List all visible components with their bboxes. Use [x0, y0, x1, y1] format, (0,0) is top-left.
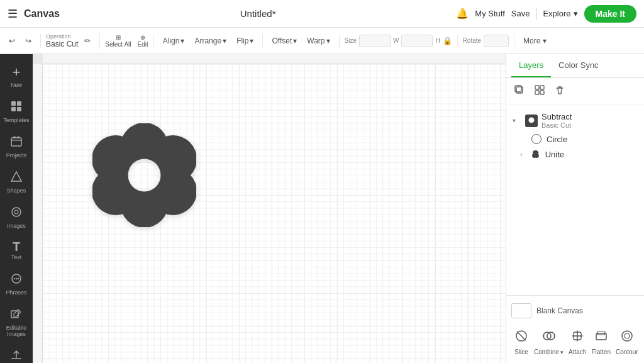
new-icon: +: [13, 64, 21, 81]
sidebar-item-shapes[interactable]: Shapes: [3, 165, 30, 199]
blank-canvas-label: Blank Canvas: [536, 306, 583, 315]
svg-rect-4: [11, 138, 21, 146]
undo-button[interactable]: ↩: [5, 34, 19, 48]
blank-canvas-row: Blank Canvas: [511, 301, 639, 323]
attach-icon: [570, 328, 585, 347]
svg-rect-5: [13, 137, 16, 138]
w-label: W: [393, 37, 399, 44]
align-button[interactable]: Align ▾: [159, 34, 189, 48]
subtract-shape-icon: [525, 114, 538, 127]
contour-tool[interactable]: Contour: [613, 326, 641, 358]
svg-rect-31: [540, 91, 544, 94]
hamburger-menu-icon[interactable]: ☰: [8, 7, 18, 21]
operation-value: Basic Cut: [46, 40, 78, 48]
duplicate-button[interactable]: [511, 82, 528, 100]
subtract-name-group: Subtract Basic Cut: [541, 112, 572, 129]
ruler-top: [43, 54, 506, 64]
height-input[interactable]: [401, 35, 433, 47]
operation-selector[interactable]: Operation Basic Cut: [46, 33, 78, 48]
attach-tool[interactable]: Attach: [566, 326, 589, 358]
explore-link[interactable]: Explore ▾: [543, 9, 577, 18]
canvas-area[interactable]: [33, 54, 506, 363]
sidebar-item-text-label: Text: [11, 255, 22, 261]
slice-tool[interactable]: Slice: [511, 326, 531, 358]
sidebar-item-projects[interactable]: Projects: [3, 130, 30, 164]
warp-label: Warp: [307, 36, 325, 45]
sidebar-item-new[interactable]: + New: [3, 59, 30, 94]
document-title: Untitled*: [67, 8, 448, 19]
sidebar-item-text[interactable]: T Text: [3, 235, 30, 266]
width-input[interactable]: [359, 35, 391, 47]
svg-point-39: [622, 331, 632, 341]
slice-label: Slice: [514, 349, 528, 355]
sidebar-item-shapes-label: Shapes: [7, 188, 26, 194]
edit-label: Edit: [138, 41, 148, 48]
more-button[interactable]: More ▾: [519, 34, 550, 48]
combine-tool[interactable]: Combine▾: [531, 326, 566, 358]
svg-rect-25: [92, 123, 196, 227]
explore-label: Explore: [543, 9, 570, 18]
rotate-input[interactable]: [484, 35, 509, 47]
pen-icon[interactable]: ✏: [80, 34, 94, 48]
layer-item-subtract[interactable]: ▾ Subtract Basic Cut: [506, 109, 644, 131]
edit-button[interactable]: ⊕ Edit: [138, 34, 148, 48]
shapes-icon: [10, 170, 23, 186]
sidebar-item-upload[interactable]: Upload: [3, 344, 30, 363]
svg-point-12: [16, 278, 17, 279]
offset-button[interactable]: Offset ▾: [268, 34, 301, 48]
layer-item-unite[interactable]: › Unite: [506, 147, 644, 162]
sidebar-item-images[interactable]: Images: [3, 201, 30, 235]
redo-button[interactable]: ↪: [21, 34, 35, 48]
slice-icon: [514, 328, 529, 347]
offset-label: Offset: [272, 36, 292, 45]
sidebar-item-templates[interactable]: Templates: [3, 95, 30, 129]
layer-item-circle[interactable]: Circle: [506, 131, 644, 147]
group-button[interactable]: [531, 82, 548, 100]
notification-bell-icon[interactable]: 🔔: [456, 8, 469, 20]
svg-rect-29: [540, 86, 544, 89]
combine-label: Combine▾: [534, 349, 564, 355]
contour-icon: [619, 328, 635, 347]
delete-button[interactable]: [552, 82, 568, 100]
unite-shape-icon: [530, 149, 540, 159]
svg-rect-2: [11, 107, 16, 111]
contour-label: Contour: [616, 349, 638, 355]
panel-tabs: Layers Color Sync: [506, 54, 644, 78]
svg-point-9: [14, 210, 18, 214]
toolbar: ↩ ↪ Operation Basic Cut ✏ ⊞ Select All ⊕…: [0, 28, 644, 54]
make-it-button[interactable]: Make It: [584, 5, 636, 23]
align-label: Align: [163, 36, 180, 45]
sidebar-item-phrases[interactable]: Phrases: [3, 267, 30, 301]
svg-rect-6: [17, 137, 19, 138]
sidebar-item-new-label: New: [11, 82, 22, 89]
nav-right: 🔔 My Stuff Save Explore ▾ Make It: [456, 5, 636, 23]
flip-label: Flip: [236, 36, 248, 45]
explore-chevron-icon: ▾: [574, 9, 578, 18]
subtract-sublabel: Basic Cut: [541, 121, 572, 129]
select-all-label: Select All: [105, 41, 131, 48]
toolbar-arrange-group: Align ▾ Arrange ▾ Flip ▾: [159, 34, 264, 48]
images-icon: [10, 206, 23, 221]
flower-shape[interactable]: [92, 123, 196, 227]
flip-button[interactable]: Flip ▾: [233, 34, 257, 48]
bottom-tools: Slice Combine▾ Attach: [511, 323, 639, 358]
select-all-button[interactable]: ⊞ Select All: [105, 34, 131, 48]
flatten-label: Flatten: [591, 349, 611, 355]
h-label: H: [435, 37, 440, 44]
toolbar-rotate-group: Rotate: [463, 35, 514, 47]
save-button[interactable]: Save: [511, 9, 530, 18]
tab-layers[interactable]: Layers: [511, 54, 551, 77]
lock-icon[interactable]: 🔒: [443, 36, 452, 45]
right-panel: Layers Color Sync ▾: [506, 54, 644, 363]
text-icon: T: [13, 240, 20, 253]
rotate-label: Rotate: [463, 37, 481, 44]
arrange-button[interactable]: Arrange ▾: [191, 34, 230, 48]
my-stuff-link[interactable]: My Stuff: [475, 9, 504, 18]
warp-button[interactable]: Warp ▾: [303, 34, 333, 48]
nav-divider: [536, 8, 536, 20]
sidebar-item-editable[interactable]: EditableImages: [3, 303, 30, 343]
svg-rect-3: [17, 107, 21, 111]
tab-color-sync[interactable]: Color Sync: [551, 54, 606, 77]
operation-label: Operation: [46, 33, 78, 40]
flatten-tool[interactable]: Flatten: [589, 326, 613, 358]
